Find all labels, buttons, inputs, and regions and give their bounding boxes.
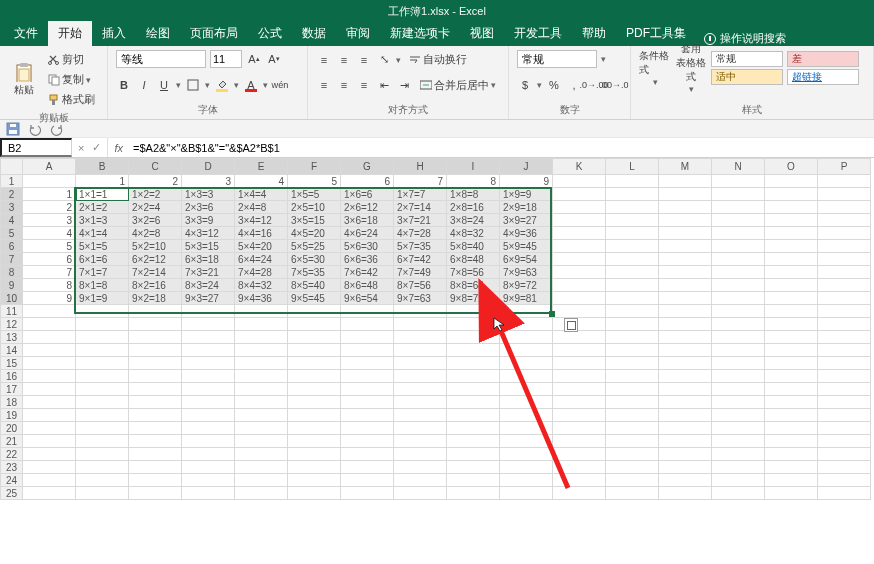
fill-color-more[interactable]: ▾	[234, 80, 239, 90]
cell-O4[interactable]	[765, 214, 818, 227]
cell-M25[interactable]	[659, 487, 712, 500]
cell-F9[interactable]: 8×5=40	[288, 279, 341, 292]
cell-M23[interactable]	[659, 461, 712, 474]
cell-N23[interactable]	[712, 461, 765, 474]
cell-D14[interactable]	[182, 344, 235, 357]
cell-B15[interactable]	[76, 357, 129, 370]
decrease-decimal-button[interactable]: .00→.0	[606, 77, 622, 93]
number-format-select[interactable]	[517, 50, 597, 68]
cell-E11[interactable]	[235, 305, 288, 318]
underline-more[interactable]: ▾	[176, 80, 181, 90]
cell-E9[interactable]: 8×4=32	[235, 279, 288, 292]
cell-F24[interactable]	[288, 474, 341, 487]
cell-D23[interactable]	[182, 461, 235, 474]
cell-M8[interactable]	[659, 266, 712, 279]
row-header-4[interactable]: 4	[1, 214, 23, 227]
cell-G12[interactable]	[341, 318, 394, 331]
cell-F17[interactable]	[288, 383, 341, 396]
cell-L13[interactable]	[606, 331, 659, 344]
cell-A15[interactable]	[23, 357, 76, 370]
cell-I20[interactable]	[447, 422, 500, 435]
cell-I12[interactable]	[447, 318, 500, 331]
cell-L5[interactable]	[606, 227, 659, 240]
cell-N9[interactable]	[712, 279, 765, 292]
cell-D18[interactable]	[182, 396, 235, 409]
cell-I19[interactable]	[447, 409, 500, 422]
cell-M21[interactable]	[659, 435, 712, 448]
cell-K10[interactable]	[553, 292, 606, 305]
cell-C19[interactable]	[129, 409, 182, 422]
cell-N14[interactable]	[712, 344, 765, 357]
row-header-20[interactable]: 20	[1, 422, 23, 435]
cell-F3[interactable]: 2×5=10	[288, 201, 341, 214]
cell-A16[interactable]	[23, 370, 76, 383]
cell-F21[interactable]	[288, 435, 341, 448]
cell-E22[interactable]	[235, 448, 288, 461]
cell-O1[interactable]	[765, 175, 818, 188]
align-bottom-button[interactable]: ≡	[356, 52, 372, 68]
cell-B14[interactable]	[76, 344, 129, 357]
cell-D11[interactable]	[182, 305, 235, 318]
cell-E19[interactable]	[235, 409, 288, 422]
row-header-6[interactable]: 6	[1, 240, 23, 253]
cell-M2[interactable]	[659, 188, 712, 201]
cell-M12[interactable]	[659, 318, 712, 331]
cell-N19[interactable]	[712, 409, 765, 422]
cell-I11[interactable]	[447, 305, 500, 318]
cell-C23[interactable]	[129, 461, 182, 474]
cell-M9[interactable]	[659, 279, 712, 292]
cell-O19[interactable]	[765, 409, 818, 422]
cell-O24[interactable]	[765, 474, 818, 487]
tab-data[interactable]: 数据	[292, 21, 336, 46]
align-center-button[interactable]: ≡	[336, 77, 352, 93]
cell-J16[interactable]	[500, 370, 553, 383]
cell-B9[interactable]: 8×1=8	[76, 279, 129, 292]
column-header-B[interactable]: B	[76, 159, 129, 175]
cell-A6[interactable]: 5	[23, 240, 76, 253]
cell-G6[interactable]: 5×6=30	[341, 240, 394, 253]
tab-insert[interactable]: 插入	[92, 21, 136, 46]
cell-K8[interactable]	[553, 266, 606, 279]
cell-A18[interactable]	[23, 396, 76, 409]
column-header-I[interactable]: I	[447, 159, 500, 175]
cell-P12[interactable]	[818, 318, 871, 331]
bold-button[interactable]: B	[116, 77, 132, 93]
cell-O16[interactable]	[765, 370, 818, 383]
paste-button[interactable]: 粘贴	[8, 63, 40, 97]
cell-G25[interactable]	[341, 487, 394, 500]
align-right-button[interactable]: ≡	[356, 77, 372, 93]
cell-G20[interactable]	[341, 422, 394, 435]
cell-D7[interactable]: 6×3=18	[182, 253, 235, 266]
cell-L11[interactable]	[606, 305, 659, 318]
cell-H8[interactable]: 7×7=49	[394, 266, 447, 279]
cell-E8[interactable]: 7×4=28	[235, 266, 288, 279]
cell-G8[interactable]: 7×6=42	[341, 266, 394, 279]
cell-H4[interactable]: 3×7=21	[394, 214, 447, 227]
column-header-N[interactable]: N	[712, 159, 765, 175]
tab-newtab[interactable]: 新建选项卡	[380, 21, 460, 46]
row-header-8[interactable]: 8	[1, 266, 23, 279]
cell-N24[interactable]	[712, 474, 765, 487]
align-middle-button[interactable]: ≡	[336, 52, 352, 68]
cell-N17[interactable]	[712, 383, 765, 396]
cell-C5[interactable]: 4×2=8	[129, 227, 182, 240]
cell-K7[interactable]	[553, 253, 606, 266]
cell-H19[interactable]	[394, 409, 447, 422]
cell-O23[interactable]	[765, 461, 818, 474]
tab-review[interactable]: 审阅	[336, 21, 380, 46]
cell-N21[interactable]	[712, 435, 765, 448]
cell-style-hyperlink[interactable]: 超链接	[787, 69, 859, 85]
accounting-button[interactable]: $	[517, 77, 533, 93]
cell-A11[interactable]	[23, 305, 76, 318]
cell-O11[interactable]	[765, 305, 818, 318]
cell-J7[interactable]: 6×9=54	[500, 253, 553, 266]
cell-P8[interactable]	[818, 266, 871, 279]
percent-button[interactable]: %	[546, 77, 562, 93]
cell-O7[interactable]	[765, 253, 818, 266]
cell-M10[interactable]	[659, 292, 712, 305]
cell-C25[interactable]	[129, 487, 182, 500]
row-header-19[interactable]: 19	[1, 409, 23, 422]
cell-F6[interactable]: 5×5=25	[288, 240, 341, 253]
cell-H11[interactable]	[394, 305, 447, 318]
cell-G1[interactable]: 6	[341, 175, 394, 188]
